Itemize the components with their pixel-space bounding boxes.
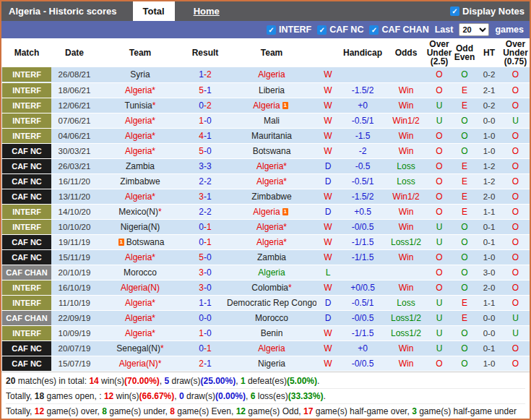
filter-checkbox-interf[interactable]: ✓ INTERF [267, 25, 311, 35]
result-cell: W [316, 67, 340, 82]
result-cell: W [316, 234, 340, 249]
odds-cell: Win [386, 98, 426, 113]
table-row: INTERF11/10/19Algeria*1-1Democratic Rep … [1, 295, 530, 310]
table-row: CAF NC20/07/19Senegal(N)*0-1AlgeriaW+0Wi… [1, 340, 530, 356]
summary-segment: 12 [35, 406, 44, 416]
over-under-25-cell: O [426, 173, 452, 189]
date-cell: 20/10/19 [52, 265, 97, 280]
team-name: Algeria [125, 298, 152, 308]
summary-segment: draw(s) [169, 376, 200, 386]
team-name: Colombia [251, 283, 288, 293]
odds-cell: Win [386, 340, 426, 356]
filter-checkbox-caf-nc[interactable]: ✓ CAF NC [317, 25, 363, 35]
tab-total[interactable]: Total [133, 1, 175, 21]
over-under-25-cell: U [426, 340, 452, 356]
table-row: INTERF18/06/21Algeria*5-1LiberiaW-1.5/2W… [1, 82, 530, 98]
over-under-075-cell: O [501, 143, 530, 158]
away-team-cell: Liberia [227, 82, 316, 98]
score-cell: 0-2 [184, 98, 227, 113]
display-notes-toggle[interactable]: ✓ Display Notes [450, 1, 530, 21]
half-time-cell: 1-0 [477, 356, 501, 371]
over-under-25-cell: O [426, 82, 452, 98]
tab-home[interactable]: Home [184, 1, 230, 21]
summary-segment: 20 [6, 376, 15, 386]
date-cell: 15/11/19 [52, 249, 97, 265]
summary-segment: game(s) half-game under [417, 406, 517, 416]
competition-badge: CAF NC [2, 235, 51, 249]
team-name: Senegal(N) [116, 343, 160, 353]
summary-segment: game(s) over, [44, 406, 102, 416]
table-row: INTERF12/06/21Tunisia*0-2Algeria1W+0WinU… [1, 98, 530, 113]
handicap-cell: -0.5 [340, 158, 386, 173]
home-score: 2 [199, 176, 204, 187]
handicap-cell [340, 265, 386, 280]
odd-even-cell: O [452, 249, 477, 265]
over-under-25-cell: O [426, 204, 452, 219]
team-name: Algeria [125, 85, 152, 95]
competition-badge: CAF CHAN [2, 311, 51, 325]
date-cell: 26/03/21 [52, 158, 97, 173]
away-team-cell: Nigeria [227, 356, 316, 371]
summary-line: Totally, 18 games open, : 12 win(s)(66.6… [6, 389, 525, 404]
home-team-cell: Morocco [97, 265, 184, 280]
date-cell: 26/08/21 [52, 67, 97, 82]
over-under-25-cell: O [426, 189, 452, 204]
odd-even-cell: O [452, 356, 477, 371]
result-cell: W [316, 98, 340, 113]
away-score: -1 [204, 343, 212, 353]
match-type-cell: CAF NC [1, 234, 52, 249]
date-cell: 18/06/21 [52, 82, 97, 98]
filter-label: CAF NC [329, 25, 363, 35]
over-under-075-cell: O [501, 98, 530, 113]
match-type-cell: INTERF [1, 219, 52, 234]
match-type-cell: CAF NC [1, 189, 52, 204]
over-under-075-cell: O [501, 158, 530, 173]
match-type-cell: CAF NC [1, 249, 52, 265]
games-count-select[interactable]: 20 [459, 23, 489, 36]
score-cell: 3-3 [184, 158, 227, 173]
odd-even-cell: E [452, 82, 477, 98]
summary-segment: (25.00%) [201, 376, 236, 386]
team-name: Algeria [125, 131, 152, 141]
summary-segment: 1 [241, 376, 246, 386]
away-team-cell: Morocco [227, 310, 316, 325]
home-score: 5 [199, 85, 204, 95]
away-team-cell: Algeria [227, 67, 316, 82]
home-team-cell: Algeria(N) [97, 280, 184, 295]
over-under-25-cell: U [426, 113, 452, 128]
away-score: -0 [204, 146, 212, 156]
match-type-cell: INTERF [1, 325, 52, 340]
team-name: Zambia [257, 252, 286, 262]
away-team-cell: Colombia* [227, 280, 316, 295]
summary-segment: 18 [35, 391, 44, 401]
handicap-cell: -1/1.5 [340, 234, 386, 249]
half-time-cell: 0-0 [477, 113, 501, 128]
team-name: Botswana [126, 237, 165, 247]
last-label: Last [435, 25, 454, 35]
team-name: Liberia [259, 85, 285, 95]
away-team-cell: Botswana [227, 143, 316, 158]
summary-segment: win(s) [113, 391, 139, 401]
team-name: Nigeria(N) [121, 222, 160, 232]
team-name: Algeria [256, 222, 283, 232]
red-card-icon: 1 [282, 102, 288, 109]
date-cell: 10/10/20 [52, 219, 97, 234]
team-name: Algeria [125, 313, 152, 323]
home-team-cell: Mexico(N)* [97, 204, 184, 219]
home-score: 1 [199, 69, 204, 80]
match-type-cell: CAF NC [1, 143, 52, 158]
away-score: -0 [204, 313, 212, 323]
table-row: CAF NC16/11/20Zimbabwe2-2Algeria*D-0.5/1… [1, 173, 530, 189]
result-cell: W [316, 113, 340, 128]
over-under-075-cell: O [501, 219, 530, 234]
table-row: CAF NC19/11/191Botswana0-1Algeria*W-1/1.… [1, 234, 530, 249]
home-score: 0 [199, 343, 204, 353]
date-cell: 19/11/19 [52, 234, 97, 249]
half-time-cell: 1-1 [477, 295, 501, 310]
home-score: 0 [199, 100, 204, 111]
filter-checkbox-caf-chan[interactable]: ✓ CAF CHAN [369, 25, 428, 35]
team-name: Algeria [125, 146, 152, 156]
table-header: Match Date Team Result Team Handicap Odd… [1, 38, 530, 67]
team-name: Algeria [125, 192, 152, 202]
result-cell: W [316, 249, 340, 265]
